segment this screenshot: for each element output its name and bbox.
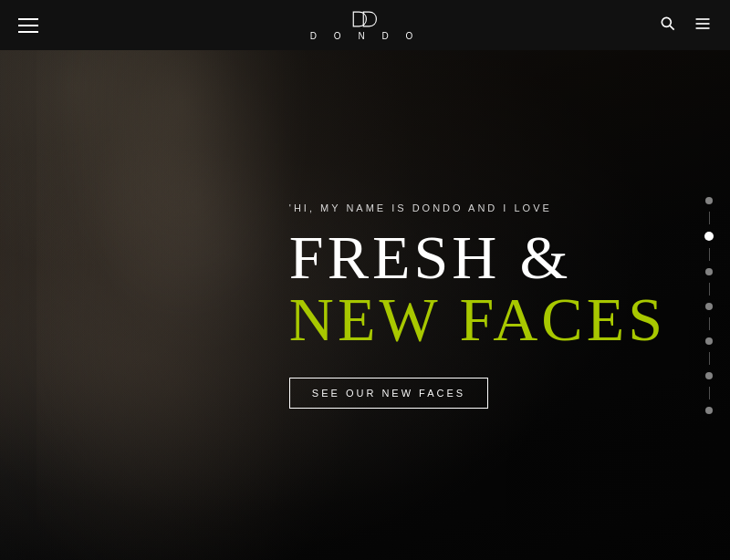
header-left: [18, 18, 38, 33]
hamburger-menu-icon[interactable]: [18, 18, 38, 33]
svg-line-1: [670, 26, 674, 30]
slide-dot-3[interactable]: [705, 268, 713, 275]
hero-title-line1: FRESH &: [289, 226, 666, 288]
hero-content: 'HI, MY NAME IS DONDO AND I LOVE FRESH &…: [289, 202, 666, 409]
site-header: D O N D O: [0, 0, 730, 50]
hero-title-line2: NEW FACES: [289, 288, 666, 350]
dot-separator-2: [709, 248, 710, 261]
slide-dot-4[interactable]: [705, 303, 713, 310]
slide-dot-6[interactable]: [705, 372, 713, 379]
hero-section: 'HI, MY NAME IS DONDO AND I LOVE FRESH &…: [0, 50, 730, 560]
dot-separator-4: [709, 317, 710, 330]
hero-cta: SEE OUR NEW FACES: [289, 378, 666, 409]
logo[interactable]: D O N D O: [310, 9, 420, 41]
logo-monogram-icon: [350, 9, 380, 29]
dot-separator-1: [709, 212, 710, 224]
header-right: [659, 15, 712, 36]
menu-icon[interactable]: [694, 15, 712, 36]
slide-dot-2[interactable]: [704, 232, 714, 241]
logo-text: D O N D O: [310, 31, 420, 41]
hero-subtitle: 'HI, MY NAME IS DONDO AND I LOVE: [289, 202, 666, 213]
slide-dots-navigation: [704, 197, 714, 414]
search-icon[interactable]: [659, 15, 677, 36]
slide-dot-5[interactable]: [705, 337, 713, 345]
slide-dot-1[interactable]: [705, 197, 713, 204]
see-new-faces-button[interactable]: SEE OUR NEW FACES: [289, 378, 488, 409]
dot-separator-5: [709, 352, 710, 365]
dot-separator-3: [709, 283, 710, 296]
svg-point-0: [662, 17, 671, 26]
dot-separator-6: [709, 387, 710, 399]
slide-dot-7[interactable]: [705, 407, 713, 414]
